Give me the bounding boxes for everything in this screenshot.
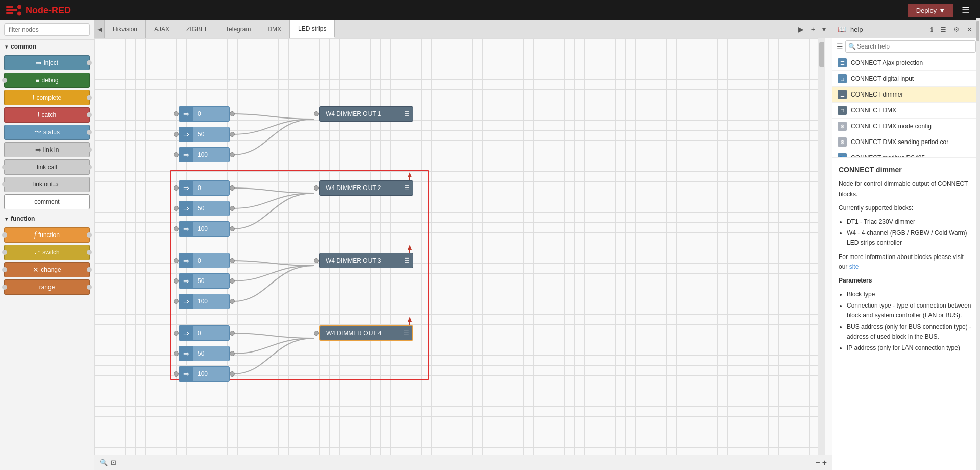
right-panel-scrollbar-thumb[interactable] (976, 21, 979, 41)
tab-more-button[interactable]: ▾ (819, 23, 829, 35)
help-item-dmx-period[interactable]: ⚙ CONNECT DMX sending period cor (832, 134, 980, 150)
svg-point-3 (17, 5, 21, 9)
tab-add-button[interactable]: + (808, 23, 818, 35)
function-port-left (2, 232, 7, 238)
help-list-toggle[interactable]: ☰ (837, 42, 843, 51)
inject-0c[interactable]: ⇒ 0 (174, 253, 235, 268)
help-param-4: IP address (only for LAN connection type… (847, 343, 974, 353)
node-complete[interactable]: ! complete (4, 90, 90, 105)
complete-port-right (87, 95, 92, 100)
tab-zigbee[interactable]: ZIGBEE (178, 20, 217, 38)
debug-port-left (2, 78, 7, 83)
link-out-port-left (2, 182, 7, 187)
change-port-left (2, 267, 7, 272)
help-list-header: ☰ 🔍 (832, 38, 980, 55)
help-item-dmx[interactable]: □ CONNECT DMX (832, 103, 980, 119)
help-supported-list: DT1 - Triac 230V dimmer W4 - 4-channel (… (847, 217, 974, 248)
zoom-in-button[interactable]: + (822, 458, 827, 467)
node-link-in[interactable]: ⇒ link in (4, 142, 90, 157)
tab-dmx[interactable]: DMX (259, 20, 290, 38)
fit-view-button[interactable]: ⊡ (111, 459, 116, 466)
deploy-button[interactable]: Deploy ▼ (908, 4, 953, 17)
section-common[interactable]: ▾ common (0, 39, 94, 53)
help-info-button[interactable]: ℹ (928, 24, 936, 35)
palette-filter-area (0, 20, 94, 39)
section-common-label: common (11, 43, 36, 50)
help-item-icon-dimmer: ☰ (838, 90, 847, 99)
common-nodes: ⇒ inject ≡ debug ! complete (0, 53, 94, 212)
dimmer-out-1[interactable]: W4 DIMMER OUT 1 ☰ (314, 106, 413, 122)
inject-0a[interactable]: ⇒ 0 (174, 106, 235, 122)
debug-icon: ≡ (35, 76, 39, 84)
tab-telegram-label: Telegram (226, 26, 251, 33)
bottom-bar: 🔍 ⊡ − + (94, 455, 832, 470)
tab-hikvision[interactable]: Hikvision (105, 20, 146, 38)
right-panel-scrollbar[interactable] (976, 20, 980, 470)
inject-100b[interactable]: ⇒ 100 (174, 221, 235, 237)
node-status[interactable]: 〜 status (4, 125, 90, 140)
node-function[interactable]: f function (4, 227, 90, 243)
catch-port-right (87, 112, 92, 118)
inject-50a[interactable]: ⇒ 50 (174, 127, 235, 142)
search-canvas-button[interactable]: 🔍 (100, 459, 108, 466)
help-content-title: CONNECT dimmer (839, 164, 974, 175)
inject-50c[interactable]: ⇒ 50 (174, 273, 235, 289)
node-inject-label: inject (44, 59, 58, 66)
tab-next-button[interactable]: ▶ (795, 23, 807, 35)
inject-0b[interactable]: ⇒ 0 (174, 180, 235, 196)
help-site-link[interactable]: site (849, 263, 859, 270)
switch-port-left (2, 250, 7, 255)
help-item-icon-digital-input: □ (838, 74, 847, 83)
node-catch[interactable]: ! catch (4, 107, 90, 123)
main-area: ▾ common ⇒ inject ≡ debug ! (0, 20, 980, 470)
inject-100d[interactable]: ⇒ 100 (174, 366, 235, 382)
link-call-port-right (87, 165, 92, 170)
dimmer-out-4[interactable]: W4 DIMMER OUT 4 ☰ (314, 325, 413, 341)
node-range[interactable]: range (4, 279, 90, 295)
menu-button[interactable]: ☰ (958, 3, 974, 18)
help-param-2: Connection type - type of connection bet… (847, 301, 974, 320)
inject-50d[interactable]: ⇒ 50 (174, 346, 235, 361)
switch-icon: ⇌ (34, 248, 40, 256)
svg-rect-0 (6, 6, 13, 8)
tab-collapse-button[interactable]: ◀ (94, 20, 105, 38)
node-range-label: range (39, 284, 55, 291)
v-scrollbar-thumb[interactable] (819, 42, 824, 67)
help-item-label-dmx-mode: CONNECT DMX mode config (851, 123, 932, 130)
inject-100a[interactable]: ⇒ 100 (174, 147, 235, 162)
canvas-background (94, 38, 825, 463)
node-change[interactable]: ✕ change (4, 262, 90, 277)
help-item-modbus[interactable]: 👥 CONNECT modbus RS485 (832, 150, 980, 157)
node-debug-label: debug (41, 77, 58, 84)
tab-telegram[interactable]: Telegram (217, 20, 259, 38)
help-item-ajax-protection[interactable]: ☰ CONNECT Ajax protection (832, 55, 980, 71)
help-settings-button[interactable]: ⚙ (951, 24, 962, 35)
tab-led-strips[interactable]: LED strips (290, 20, 335, 38)
help-param-1: Block type (847, 290, 974, 299)
inject-50b[interactable]: ⇒ 50 (174, 201, 235, 216)
v-scrollbar[interactable] (818, 38, 825, 456)
inject-0d[interactable]: ⇒ 0 (174, 325, 235, 341)
filter-input[interactable] (4, 24, 90, 36)
right-panel: 📖 help ℹ ☰ ⚙ ✕ ☰ 🔍 ☰ (832, 20, 980, 470)
node-debug[interactable]: ≡ debug (4, 73, 90, 88)
tab-ajax[interactable]: AJAX (146, 20, 178, 38)
node-link-out[interactable]: link out ⇒ (4, 177, 90, 192)
dimmer-out-3[interactable]: W4 DIMMER OUT 3 ☰ (314, 253, 413, 268)
zoom-out-button[interactable]: − (815, 458, 820, 467)
logo-icon (6, 5, 22, 16)
help-item-dimmer[interactable]: ☰ CONNECT dimmer (832, 87, 980, 103)
help-search-input[interactable] (845, 40, 976, 53)
node-inject[interactable]: ⇒ inject (4, 55, 90, 70)
help-close-button[interactable]: ✕ (964, 24, 975, 35)
help-list-button[interactable]: ☰ (938, 24, 949, 35)
node-comment[interactable]: comment (4, 194, 90, 209)
inject-100c[interactable]: ⇒ 100 (174, 294, 235, 309)
node-switch[interactable]: ⇌ switch (4, 245, 90, 260)
section-function[interactable]: ▾ function (0, 212, 94, 225)
dimmer-out-2[interactable]: W4 DIMMER OUT 2 ☰ (314, 180, 413, 196)
help-item-dmx-mode[interactable]: ⚙ CONNECT DMX mode config (832, 119, 980, 134)
node-link-call[interactable]: link call (4, 159, 90, 175)
help-item-digital-input[interactable]: □ CONNECT digital input (832, 71, 980, 87)
status-icon: 〜 (34, 128, 41, 137)
